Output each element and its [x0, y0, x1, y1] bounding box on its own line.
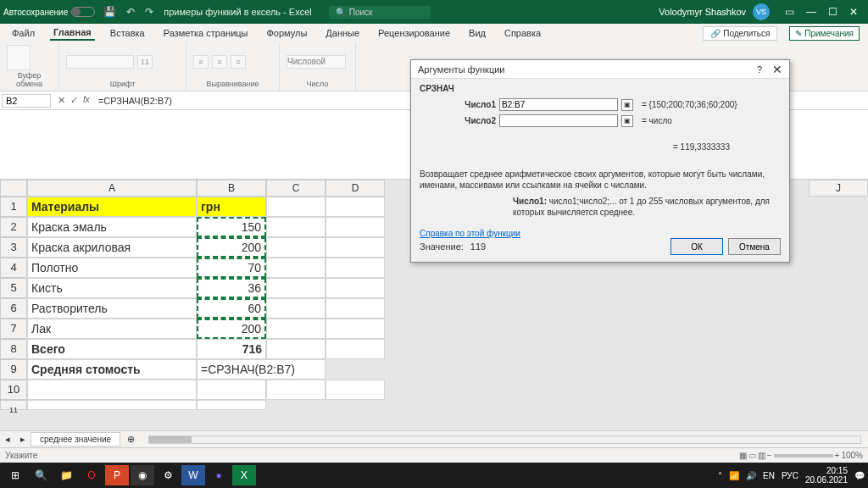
user-name[interactable]: Volodymyr Shashkov: [659, 7, 746, 17]
cell-b9[interactable]: =СРЗНАЧ(B2:B7): [197, 359, 326, 380]
settings-icon[interactable]: ⚙: [156, 465, 180, 485]
zoom-slider[interactable]: [774, 454, 833, 458]
cell-d1[interactable]: [326, 197, 385, 217]
row-5[interactable]: 5: [0, 278, 27, 298]
number-format[interactable]: [287, 55, 346, 69]
cell-b4[interactable]: 70: [197, 258, 266, 278]
cell-b7[interactable]: 200: [197, 319, 266, 339]
redo-icon[interactable]: ↷: [145, 6, 153, 18]
dialog-close-icon[interactable]: ✕: [772, 63, 782, 76]
arg2-input[interactable]: [499, 114, 618, 127]
col-a[interactable]: A: [27, 180, 197, 197]
view-break-icon[interactable]: ▥: [758, 451, 765, 460]
viber-icon[interactable]: ●: [207, 465, 231, 485]
cell-b5[interactable]: 36: [197, 278, 266, 298]
tray-volume-icon[interactable]: 🔊: [746, 471, 756, 480]
row-4[interactable]: 4: [0, 258, 27, 278]
cell-a2[interactable]: Краска эмаль: [27, 217, 197, 237]
sheet-nav-prev-icon[interactable]: ◂: [0, 434, 15, 445]
name-box[interactable]: [2, 94, 51, 108]
horizontal-scrollbar[interactable]: [148, 435, 861, 444]
maximize-icon[interactable]: ☐: [828, 6, 837, 18]
align-left-icon[interactable]: ≡: [193, 55, 209, 69]
cancel-button[interactable]: Отмена: [728, 238, 781, 255]
excel-icon[interactable]: X: [232, 465, 256, 485]
tray-clock[interactable]: 20:1520.06.2021: [805, 466, 848, 485]
word-icon[interactable]: W: [181, 465, 205, 485]
arg1-input[interactable]: [499, 98, 618, 111]
sheet-tab-1[interactable]: среднее значение: [31, 432, 120, 446]
row-1[interactable]: 1: [0, 197, 27, 217]
row-10[interactable]: 10: [0, 380, 27, 400]
cancel-formula-icon[interactable]: ✕: [58, 95, 65, 106]
cell-a3[interactable]: Краска акриловая: [27, 237, 197, 258]
font-size[interactable]: 11: [137, 55, 153, 69]
close-icon[interactable]: ✕: [849, 6, 858, 18]
tray-lang1[interactable]: EN: [763, 471, 775, 480]
fx-icon[interactable]: fx: [83, 95, 90, 106]
dialog-help-icon[interactable]: ?: [757, 64, 762, 75]
align-right-icon[interactable]: ≡: [231, 55, 246, 69]
tab-view[interactable]: Вид: [465, 26, 489, 40]
autosave-toggle[interactable]: Автосохранение: [3, 7, 95, 17]
row-7[interactable]: 7: [0, 319, 27, 339]
accept-formula-icon[interactable]: ✓: [70, 95, 78, 106]
cell-a1[interactable]: Материалы: [27, 197, 197, 217]
tray-lang2[interactable]: РУС: [782, 471, 798, 480]
tab-insert[interactable]: Вставка: [107, 26, 148, 40]
start-icon[interactable]: ⊞: [3, 465, 27, 485]
row-8[interactable]: 8: [0, 339, 27, 359]
tab-help[interactable]: Справка: [501, 26, 544, 40]
toggle-icon[interactable]: [71, 7, 95, 17]
avatar[interactable]: VS: [753, 3, 770, 20]
tab-review[interactable]: Рецензирование: [375, 26, 453, 40]
cell-b2[interactable]: 150: [197, 217, 266, 237]
cell-c1[interactable]: [266, 197, 326, 217]
paste-icon[interactable]: [7, 45, 31, 70]
arg1-ref-icon[interactable]: ▣: [621, 99, 633, 111]
tray-chevron-icon[interactable]: ˄: [718, 471, 722, 480]
cell-a7[interactable]: Лак: [27, 319, 197, 339]
tab-home[interactable]: Главная: [50, 25, 95, 41]
col-d[interactable]: D: [326, 180, 385, 197]
tab-layout[interactable]: Разметка страницы: [160, 26, 252, 40]
cell-a6[interactable]: Растворитель: [27, 298, 197, 319]
zoom-out-icon[interactable]: −: [767, 451, 772, 460]
cell-b3[interactable]: 200: [197, 237, 266, 258]
powerpoint-icon[interactable]: P: [105, 465, 129, 485]
row-11[interactable]: 11: [0, 400, 27, 410]
view-layout-icon[interactable]: ▭: [748, 451, 756, 460]
cell-b6[interactable]: 60: [197, 298, 266, 319]
cell-a4[interactable]: Полотно: [27, 258, 197, 278]
col-b[interactable]: B: [197, 180, 266, 197]
sheet-nav-next-icon[interactable]: ▸: [15, 434, 31, 445]
undo-icon[interactable]: ↶: [126, 6, 135, 18]
row-3[interactable]: 3: [0, 237, 27, 258]
tab-file[interactable]: Файл: [8, 26, 38, 40]
opera-icon[interactable]: O: [80, 465, 103, 485]
col-c[interactable]: C: [266, 180, 326, 197]
search-taskbar-icon[interactable]: 🔍: [29, 465, 53, 485]
cell-a8[interactable]: Всего: [27, 339, 197, 359]
explorer-icon[interactable]: 📁: [54, 465, 78, 485]
add-sheet-icon[interactable]: ⊕: [120, 434, 142, 445]
view-normal-icon[interactable]: ▦: [739, 451, 747, 460]
search-input[interactable]: 🔍 Поиск: [329, 6, 431, 19]
arg2-ref-icon[interactable]: ▣: [621, 115, 633, 127]
help-link[interactable]: Справка по этой функции: [420, 229, 520, 238]
row-9[interactable]: 9: [0, 359, 27, 380]
row-6[interactable]: 6: [0, 298, 27, 319]
share-button[interactable]: 🔗 Поделиться: [703, 26, 777, 41]
cell-b1[interactable]: грн: [197, 197, 266, 217]
comments-button[interactable]: ✎ Примечания: [789, 26, 860, 41]
zoom-in-icon[interactable]: +: [835, 451, 840, 460]
cell-a5[interactable]: Кисть: [27, 278, 197, 298]
ok-button[interactable]: ОК: [670, 238, 723, 255]
tab-formulas[interactable]: Формулы: [263, 26, 310, 40]
tab-data[interactable]: Данные: [322, 26, 363, 40]
chrome-icon[interactable]: ◉: [131, 465, 154, 485]
select-all-corner[interactable]: [0, 180, 27, 197]
row-2[interactable]: 2: [0, 217, 27, 237]
col-j[interactable]: J: [809, 180, 868, 197]
tray-network-icon[interactable]: 📶: [729, 471, 739, 480]
